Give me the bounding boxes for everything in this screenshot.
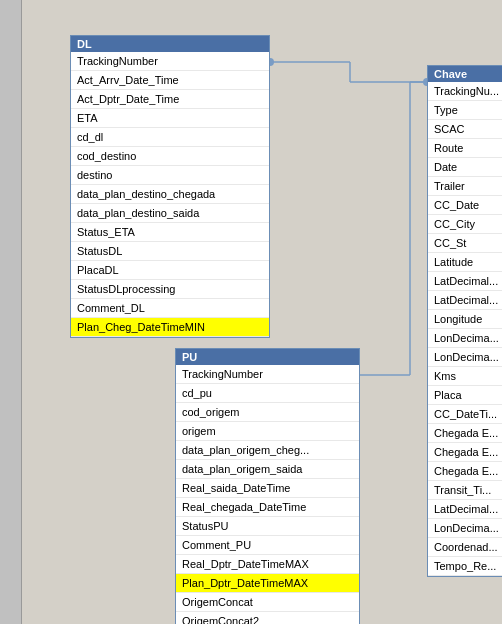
table-row[interactable]: data_plan_origem_cheg...: [176, 441, 359, 460]
table-row[interactable]: Chegada E...: [428, 462, 502, 481]
table-row[interactable]: Date: [428, 158, 502, 177]
table-row[interactable]: Status_ETA: [71, 223, 269, 242]
table-row[interactable]: LonDecima...: [428, 329, 502, 348]
table-row[interactable]: StatusDLprocessing: [71, 280, 269, 299]
table-DL: DL TrackingNumber Act_Arrv_Date_Time Act…: [70, 35, 270, 338]
table-row[interactable]: StatusPU: [176, 517, 359, 536]
table-row[interactable]: Real_saida_DateTime: [176, 479, 359, 498]
table-row[interactable]: SCAC: [428, 120, 502, 139]
table-row[interactable]: Latitude: [428, 253, 502, 272]
table-row[interactable]: CC_Date: [428, 196, 502, 215]
table-DL-header: DL: [71, 36, 269, 52]
table-row[interactable]: data_plan_destino_chegada: [71, 185, 269, 204]
table-row[interactable]: cod_origem: [176, 403, 359, 422]
table-row[interactable]: Comment_DL: [71, 299, 269, 318]
table-row[interactable]: LatDecimal...: [428, 500, 502, 519]
table-row[interactable]: CC_DateTi...: [428, 405, 502, 424]
table-row[interactable]: OrigemConcat2: [176, 612, 359, 624]
table-Chave: Chave TrackingNu... Type SCAC Route Date…: [427, 65, 502, 577]
table-row[interactable]: Chegada E...: [428, 443, 502, 462]
table-row[interactable]: cd_pu: [176, 384, 359, 403]
table-row[interactable]: Act_Arrv_Date_Time: [71, 71, 269, 90]
table-PU-header: PU: [176, 349, 359, 365]
table-row[interactable]: TrackingNumber: [71, 52, 269, 71]
table-row[interactable]: Longitude: [428, 310, 502, 329]
table-row[interactable]: LatDecimal...: [428, 291, 502, 310]
table-row[interactable]: CC_City: [428, 215, 502, 234]
table-row[interactable]: destino: [71, 166, 269, 185]
table-row[interactable]: cd_dl: [71, 128, 269, 147]
table-row[interactable]: Real_Dptr_DateTimeMAX: [176, 555, 359, 574]
table-row[interactable]: Type: [428, 101, 502, 120]
table-row[interactable]: Placa: [428, 386, 502, 405]
table-Chave-header: Chave: [428, 66, 502, 82]
table-row[interactable]: PlacaDL: [71, 261, 269, 280]
canvas: DL TrackingNumber Act_Arrv_Date_Time Act…: [0, 0, 502, 624]
table-row-highlighted[interactable]: Plan_Dptr_DateTimeMAX: [176, 574, 359, 593]
table-row[interactable]: Act_Dptr_Date_Time: [71, 90, 269, 109]
table-row[interactable]: LonDecima...: [428, 348, 502, 367]
table-row[interactable]: Chegada E...: [428, 424, 502, 443]
table-row[interactable]: TrackingNu...: [428, 82, 502, 101]
table-row[interactable]: CC_St: [428, 234, 502, 253]
table-row[interactable]: Trailer: [428, 177, 502, 196]
table-row[interactable]: Kms: [428, 367, 502, 386]
table-row[interactable]: Transit_Ti...: [428, 481, 502, 500]
table-row[interactable]: Tempo_Re...: [428, 557, 502, 576]
table-row[interactable]: origem: [176, 422, 359, 441]
table-row[interactable]: Route: [428, 139, 502, 158]
table-row[interactable]: StatusDL: [71, 242, 269, 261]
table-row[interactable]: data_plan_destino_saida: [71, 204, 269, 223]
table-row[interactable]: OrigemConcat: [176, 593, 359, 612]
table-row[interactable]: Real_chegada_DateTime: [176, 498, 359, 517]
left-sidebar: [0, 0, 22, 624]
table-PU: PU TrackingNumber cd_pu cod_origem orige…: [175, 348, 360, 624]
table-row-highlighted[interactable]: Plan_Cheg_DateTimeMIN: [71, 318, 269, 337]
table-row[interactable]: cod_destino: [71, 147, 269, 166]
table-row[interactable]: Coordenad...: [428, 538, 502, 557]
table-row[interactable]: Comment_PU: [176, 536, 359, 555]
table-row[interactable]: ETA: [71, 109, 269, 128]
table-row[interactable]: data_plan_origem_saida: [176, 460, 359, 479]
table-row[interactable]: LatDecimal...: [428, 272, 502, 291]
table-row[interactable]: LonDecima...: [428, 519, 502, 538]
table-row[interactable]: TrackingNumber: [176, 365, 359, 384]
